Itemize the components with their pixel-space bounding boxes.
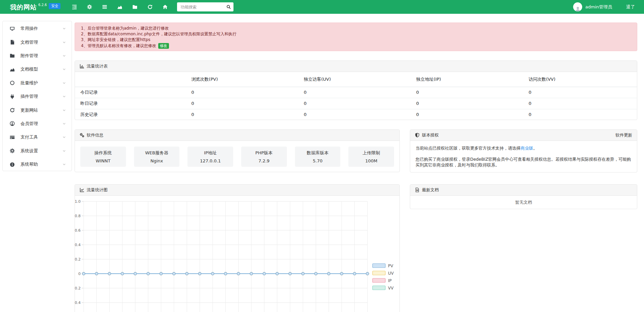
info-card-ip: IP地址 127.0.0.1 <box>187 147 233 167</box>
gear-icon[interactable] <box>87 4 92 10</box>
plug-icon <box>10 94 15 99</box>
gear-icon <box>10 148 15 153</box>
software-info-panel: 软件信息 操作系统 WINNT WEB服务器 Nginx IP地址 127.0.… <box>75 129 400 172</box>
username-label[interactable]: admin管理员 <box>585 4 612 10</box>
sidebar-item-common-ops[interactable]: 常用操作 <box>3 22 72 35</box>
search-icon[interactable] <box>226 5 231 9</box>
refresh-icon[interactable] <box>147 4 153 10</box>
commercial-edition-link[interactable]: 商业版 <box>521 146 533 151</box>
svg-text:VV: VV <box>388 286 394 290</box>
top-navbar: 我的网站 6.2.6 安全 admin管理员 退了 <box>0 0 644 14</box>
info-circle-icon <box>10 162 15 167</box>
no-docs-message: 暂无文档 <box>410 196 637 209</box>
site-logo[interactable]: 我的网站 6.2.6 安全 <box>10 3 60 11</box>
file-word-icon <box>415 188 420 192</box>
sidebar-item-attachment-manage[interactable]: 附件管理 <box>3 49 72 63</box>
chevron-down-icon <box>62 149 66 153</box>
chart-bar-icon <box>80 64 84 69</box>
svg-text:0.8: 0.8 <box>75 214 81 218</box>
brand-name: 我的网站 <box>10 3 37 11</box>
sidebar-item-update-site[interactable]: 更新网站 <box>3 103 72 117</box>
software-info-header: 软件信息 <box>75 130 399 141</box>
sidebar-item-batch-maintain[interactable]: 批量维护 <box>3 76 72 90</box>
software-update-link[interactable]: 软件更新 <box>615 132 632 138</box>
folder-icon[interactable] <box>132 4 138 10</box>
sidebar-item-payment-tools[interactable]: 支付工具 <box>3 130 72 144</box>
chevron-down-icon <box>62 81 66 85</box>
user-circle-icon <box>10 121 15 126</box>
chevron-down-icon <box>62 54 66 57</box>
panel-title: 流量统计图 <box>87 187 108 193</box>
svg-text:0.4: 0.4 <box>75 243 81 247</box>
chevron-down-icon <box>62 27 66 30</box>
software-info-cards: 操作系统 WINNT WEB服务器 Nginx IP地址 127.0.0.1 P… <box>75 141 399 172</box>
license-paragraph-2: 您已购买了商业版授权，登录DedeBIZ官网会员中心可查看相关授权信息。若授权结… <box>416 156 632 168</box>
info-card-os: 操作系统 WINNT <box>80 147 126 167</box>
traffic-stats-header: 流量统计表 <box>75 61 637 72</box>
chart-area-icon[interactable] <box>117 4 123 10</box>
circle-icon <box>10 80 15 85</box>
folder-icon <box>10 53 15 58</box>
panel-title: 版本授权 <box>422 132 439 138</box>
shield-icon <box>415 133 420 138</box>
credit-card-icon <box>10 135 15 140</box>
chart-line-icon <box>80 188 84 192</box>
table-row-history: 历史记录 0 0 0 0 <box>75 109 637 120</box>
col-header-pv: 浏览次数(PV) <box>187 72 300 87</box>
avatar[interactable] <box>573 2 582 11</box>
table-row-yesterday: 昨日记录 0 0 0 0 <box>75 98 637 109</box>
sidebar-item-plugin-manage[interactable]: 插件管理 <box>3 90 72 103</box>
panel-title: 流量统计表 <box>87 64 108 69</box>
sidebar-item-document-manage[interactable]: 文档管理 <box>3 35 72 49</box>
chevron-down-icon <box>62 135 66 139</box>
panel-title: 软件信息 <box>87 132 103 138</box>
search-input[interactable] <box>177 2 233 11</box>
svg-text:-0.4: -0.4 <box>75 301 81 305</box>
navbar-user-area: admin管理员 退了 <box>573 2 635 11</box>
sidebar-item-system-settings[interactable]: 系统设置 <box>3 144 72 158</box>
bars-menu-icon[interactable] <box>102 4 108 10</box>
traffic-stats-panel: 流量统计表 浏览次数(PV) 独立访客(UV) 独立地址(IP) 访问次数(VV… <box>75 61 637 120</box>
svg-text:UV: UV <box>388 271 394 276</box>
version-label: 6.2.6 <box>38 3 47 7</box>
sidebar-item-system-help[interactable]: 系统帮助 <box>3 158 72 171</box>
chart-area-icon <box>10 67 15 72</box>
latest-docs-header: 最新文档 <box>410 185 637 196</box>
chevron-down-icon <box>62 41 66 44</box>
cogs-icon <box>80 133 84 138</box>
sidebar: 常用操作 文档管理 附件管理 文档模型 批量维护 插件管理 更新网站 会员管理 <box>2 21 72 171</box>
alert-line: 3、网址非安全链接，建议您配置https <box>81 37 631 43</box>
info-card-php: PHP版本 7.2.9 <box>241 147 287 167</box>
home-icon[interactable] <box>163 4 168 10</box>
svg-text:IP: IP <box>388 278 392 283</box>
modify-button[interactable]: 修改 <box>158 43 169 49</box>
info-card-db: 数据库版本 5.70 <box>295 147 341 167</box>
sidebar-item-document-model[interactable]: 文档模型 <box>3 63 72 76</box>
traffic-chart-panel: 流量统计图 1.00.80.60.40.20-0.2-0.4PVUVIPVV <box>75 184 400 312</box>
security-badge[interactable]: 安全 <box>49 3 60 9</box>
svg-text:-0.2: -0.2 <box>75 286 81 290</box>
logout-link[interactable]: 退了 <box>626 4 635 10</box>
traffic-line-chart: 1.00.80.60.40.20-0.2-0.4PVUVIPVV <box>75 196 399 312</box>
col-header-empty <box>75 72 187 87</box>
info-card-upload-limit: 上传限制 100M <box>348 147 394 167</box>
desktop-icon <box>10 26 15 31</box>
sidebar-toggle-outdent-icon[interactable] <box>72 4 77 10</box>
function-search <box>177 2 233 11</box>
panel-title: 最新文档 <box>422 187 439 193</box>
file-icon <box>10 40 15 45</box>
license-paragraph-1: 当前站点已授权社区版，获取更多官方技术支持，请选择商业版。 <box>416 145 632 151</box>
sidebar-item-member-manage[interactable]: 会员管理 <box>3 117 72 130</box>
traffic-chart-header: 流量统计图 <box>75 185 399 196</box>
license-header: 版本授权 软件更新 <box>410 130 637 141</box>
chevron-down-icon <box>62 68 66 71</box>
traffic-stats-table: 浏览次数(PV) 独立访客(UV) 独立地址(IP) 访问次数(VV) 今日记录… <box>75 72 637 120</box>
navbar-icon-menu <box>72 4 168 10</box>
chevron-down-icon <box>62 163 66 166</box>
svg-text:0: 0 <box>78 272 81 276</box>
alert-line: 2、数据库配置data/common.inc.php文件，建议您以管理员权限设置… <box>81 31 631 37</box>
refresh-icon <box>10 108 15 113</box>
alert-line: 4、管理员默认名称没有修改，建议您修改修改 <box>81 43 631 49</box>
latest-docs-panel: 最新文档 暂无文档 <box>410 184 637 209</box>
col-header-vv: 访问次数(VV) <box>524 72 637 87</box>
